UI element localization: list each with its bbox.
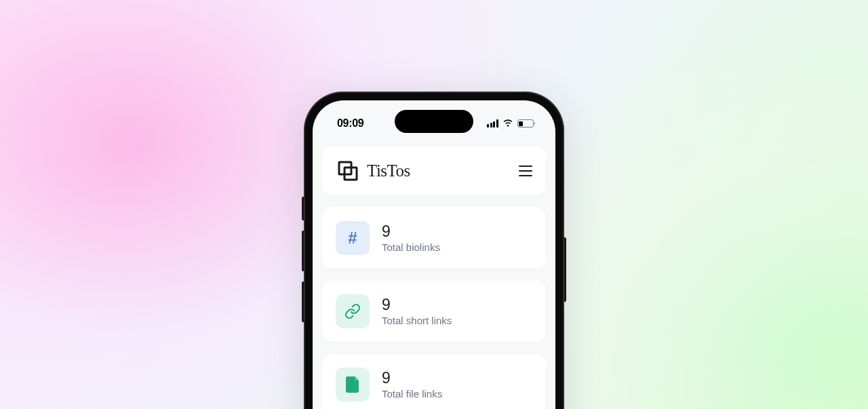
stat-card-shortlinks[interactable]: 9 Total short links [322, 281, 546, 342]
hamburger-icon [519, 165, 532, 167]
stat-value: 9 [382, 296, 452, 313]
app-content: TisTos # 9 Total biolinks [313, 134, 555, 409]
status-icons [487, 119, 535, 128]
stat-text: 9 Total short links [382, 296, 452, 326]
phone-screen: 09:09 [313, 100, 555, 409]
menu-button[interactable] [519, 165, 532, 176]
stat-text: 9 Total file links [382, 370, 442, 400]
stat-text: 9 Total biolinks [382, 223, 440, 253]
wifi-icon [502, 119, 513, 128]
phone-frame: 09:09 [304, 92, 564, 409]
battery-icon [517, 119, 536, 128]
hash-icon: # [348, 229, 357, 248]
stat-value: 9 [382, 370, 442, 387]
power-button [564, 237, 566, 302]
volume-down-button [302, 281, 304, 322]
stat-card-filelinks[interactable]: 9 Total file links [322, 354, 546, 409]
volume-up-button [302, 231, 304, 271]
logo-text: TisTos [367, 161, 410, 180]
signal-icon [487, 119, 498, 128]
stat-icon-box [336, 368, 370, 402]
file-icon [346, 376, 359, 393]
stat-card-biolinks[interactable]: # 9 Total biolinks [322, 208, 546, 269]
stat-label: Total file links [382, 388, 442, 400]
dynamic-island [395, 110, 473, 133]
stat-icon-box: # [336, 221, 370, 255]
status-time: 09:09 [337, 117, 363, 130]
app-header: TisTos [322, 147, 546, 195]
stat-icon-box [336, 294, 370, 328]
stat-label: Total short links [382, 315, 452, 326]
stat-label: Total biolinks [382, 241, 440, 253]
logo-section[interactable]: TisTos [336, 159, 410, 183]
logo-icon [336, 159, 360, 183]
side-button [302, 197, 304, 220]
stat-value: 9 [382, 223, 440, 240]
link-icon [344, 303, 361, 319]
